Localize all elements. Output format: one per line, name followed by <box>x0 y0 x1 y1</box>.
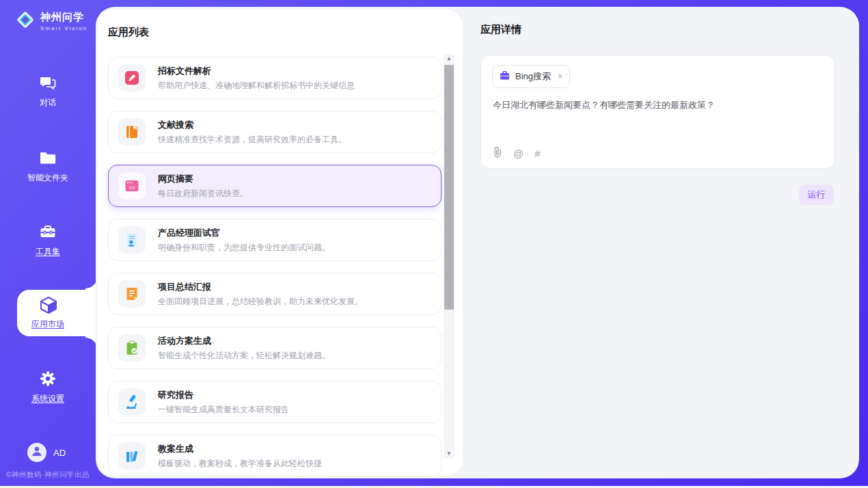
sidebar-item-app-market[interactable]: 应用市场 <box>0 295 96 330</box>
book-icon <box>118 118 146 146</box>
app-card-research-report[interactable]: 研究报告 一键智能生成高质量长文本研究报告 <box>108 381 442 423</box>
sidebar-item-label: 应用市场 <box>31 319 64 329</box>
sidebar-item-label: 工具集 <box>36 247 60 256</box>
app-card-title: 项目总结汇报 <box>158 281 363 293</box>
toolbox-icon <box>39 223 57 241</box>
sidebar-item-label: 系统设置 <box>31 394 64 403</box>
sidebar-item-settings[interactable]: 系统设置 <box>0 370 96 405</box>
scrollbar-up-arrow[interactable]: ▲ <box>444 54 455 64</box>
question-text-input[interactable]: 今日湖北有哪些新闻要点？有哪些需要关注的最新政策？ <box>493 99 821 111</box>
sidebar-item-smart-folder[interactable]: 智能文件夹 <box>0 149 96 184</box>
browser-code-icon: </> <box>118 172 146 200</box>
user-account[interactable]: AD <box>27 443 66 462</box>
gear-icon <box>39 370 57 388</box>
app-card-title: 产品经理面试官 <box>158 227 330 239</box>
close-icon[interactable]: × <box>556 72 562 81</box>
app-card-desc: 每日政府新闻资讯快查。 <box>158 188 248 200</box>
sidebar: 神州问学 Smart Vision 对话 智能文件夹 <box>0 0 96 488</box>
folder-icon <box>39 149 57 167</box>
app-card-title: 活动方案生成 <box>158 335 330 347</box>
sidebar-item-label: 智能文件夹 <box>27 173 68 182</box>
input-toolbar: @ # <box>493 146 541 161</box>
brand-logo: 神州问学 Smart Vision <box>15 10 87 33</box>
brand-name: 神州问学 <box>40 11 87 24</box>
app-detail-title: 应用详情 <box>480 23 521 36</box>
scrollbar-down-arrow[interactable]: ▼ <box>444 449 455 459</box>
tag-label: Bing搜索 <box>515 70 551 83</box>
paperclip-icon[interactable] <box>493 146 502 161</box>
app-detail-card: Bing搜索 × 今日湖北有哪些新闻要点？有哪些需要关注的最新政策？ @ # <box>480 55 835 169</box>
app-card-desc: 明确身份和职责，为您提供专业性的面试问题。 <box>158 242 330 254</box>
app-card-desc: 帮助用户快速、准确地理解和解析招标书中的关键信息 <box>158 80 355 92</box>
chat-icon <box>39 74 57 92</box>
microscope-icon <box>118 388 146 416</box>
bing-search-tag[interactable]: Bing搜索 × <box>492 65 570 88</box>
app-list-panel: 应用列表 招标文件解析 帮助用户快速、准确地理解和解析招标书中的关键信息 <box>98 10 463 476</box>
app-list: 招标文件解析 帮助用户快速、准确地理解和解析招标书中的关键信息 文献搜索 <box>108 57 442 476</box>
app-card-event-plan[interactable]: 活动方案生成 智能生成个性化活动方案，轻松解决规划难题。 <box>108 327 442 369</box>
run-button[interactable]: 运行 <box>799 185 834 205</box>
cube-icon <box>39 295 57 313</box>
app-card-title: 文献搜索 <box>158 119 347 131</box>
app-card-web-summary[interactable]: </> 网页摘要 每日政府新闻资讯快查。 <box>108 165 442 207</box>
briefcase-icon <box>500 70 510 83</box>
app-card-desc: 智能生成个性化活动方案，轻松解决规划难题。 <box>158 350 330 362</box>
app-card-lesson-plan[interactable]: 教案生成 模板驱动，教案秒成，教学准备从此轻松快捷 <box>108 435 442 476</box>
app-card-literature-search[interactable]: 文献搜索 快速精准查找学术资源，提高研究效率的必备工具。 <box>108 111 442 153</box>
report-note-icon <box>118 280 146 308</box>
scrollbar-thumb[interactable] <box>444 65 454 310</box>
sidebar-item-toolset[interactable]: 工具集 <box>0 223 96 258</box>
app-card-pm-interviewer[interactable]: 产品经理面试官 明确身份和职责，为您提供专业性的面试问题。 <box>108 219 442 261</box>
app-card-desc: 快速精准查找学术资源，提高研究效率的必备工具。 <box>158 134 347 146</box>
sidebar-item-chat[interactable]: 对话 <box>0 74 96 109</box>
app-card-title: 教案生成 <box>158 443 322 455</box>
sidebar-item-label: 对话 <box>40 98 56 107</box>
scrollbar[interactable]: ▲ ▼ <box>444 54 455 459</box>
copyright-text: ©神州数码·神州问学出品 <box>0 470 96 480</box>
clipboard-check-icon <box>118 334 146 362</box>
mention-icon[interactable]: @ <box>513 148 524 159</box>
app-card-title: 研究报告 <box>158 389 289 401</box>
app-card-title: 招标文件解析 <box>158 65 355 77</box>
app-card-title: 网页摘要 <box>158 173 248 185</box>
app-card-desc: 一键智能生成高质量长文本研究报告 <box>158 404 289 416</box>
books-icon <box>118 442 146 470</box>
user-avatar-icon <box>31 445 43 460</box>
avatar <box>27 443 46 462</box>
app-card-bid-document-analysis[interactable]: 招标文件解析 帮助用户快速、准确地理解和解析招标书中的关键信息 <box>108 57 442 99</box>
brand-subtitle: Smart Vision <box>40 25 87 31</box>
app-card-desc: 模板驱动，教案秒成，教学准备从此轻松快捷 <box>158 458 322 470</box>
app-list-title: 应用列表 <box>108 26 149 39</box>
interviewer-icon <box>118 226 146 254</box>
memo-pen-icon <box>118 64 146 92</box>
app-window: 神州问学 Smart Vision 对话 智能文件夹 <box>0 0 868 488</box>
diamond-gem-icon <box>15 10 36 33</box>
user-initials: AD <box>53 448 66 458</box>
app-card-project-summary[interactable]: 项目总结汇报 全面回顾项目进展，总结经验教训，助力未来优化发展。 <box>108 273 442 315</box>
code-glyph: </> <box>128 185 135 190</box>
app-card-desc: 全面回顾项目进展，总结经验教训，助力未来优化发展。 <box>158 296 363 308</box>
content-area: 应用列表 招标文件解析 帮助用户快速、准确地理解和解析招标书中的关键信息 <box>96 7 859 478</box>
hash-icon[interactable]: # <box>534 148 540 159</box>
